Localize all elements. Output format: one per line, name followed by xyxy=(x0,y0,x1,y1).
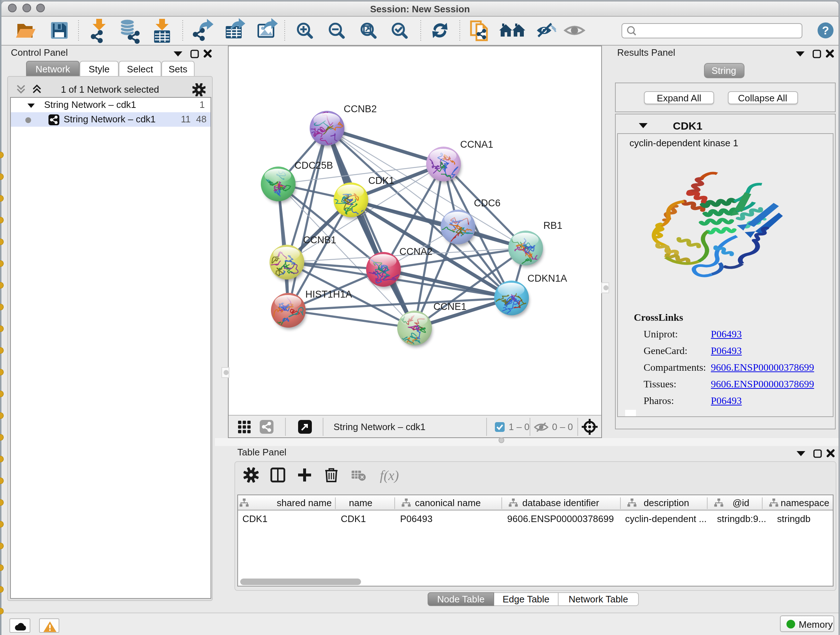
svg-text:CCNB2: CCNB2 xyxy=(344,103,377,114)
svg-text:CDC6: CDC6 xyxy=(474,198,501,209)
svg-text:CDKN1A: CDKN1A xyxy=(527,273,567,284)
svg-text:CDC25B: CDC25B xyxy=(294,160,333,171)
svg-text:f(x): f(x) xyxy=(380,467,399,483)
svg-text:CCNA1: CCNA1 xyxy=(460,139,493,150)
svg-text:String Network – cdk1: String Network – cdk1 xyxy=(333,421,425,432)
svg-text:CDK1: CDK1 xyxy=(368,175,394,186)
svg-text:CCNA2: CCNA2 xyxy=(399,246,433,257)
svg-text:HIST1H1A: HIST1H1A xyxy=(305,289,352,300)
svg-text:CCNE1: CCNE1 xyxy=(433,301,467,312)
svg-text:0 – 0: 0 – 0 xyxy=(552,421,573,432)
svg-text:RB1: RB1 xyxy=(543,220,562,231)
svg-text:?: ? xyxy=(822,24,829,37)
svg-text:1 – 0: 1 – 0 xyxy=(508,421,530,432)
svg-text:CCNB1: CCNB1 xyxy=(303,234,336,245)
